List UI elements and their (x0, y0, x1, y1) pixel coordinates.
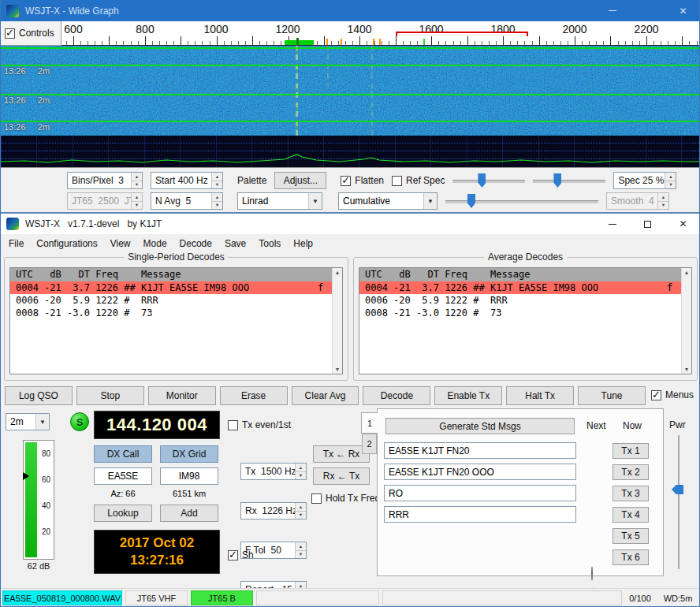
clear-avg-button[interactable]: Clear Avg (292, 386, 359, 405)
scrollbar[interactable]: ▲▼ (681, 268, 691, 374)
stop-button[interactable]: Stop (76, 386, 144, 405)
main-maximize-button[interactable] (630, 214, 665, 234)
tab-2[interactable]: 2 (362, 434, 377, 454)
spinner-arrows[interactable]: ▲▼ (211, 193, 222, 209)
add-button[interactable]: Add (160, 505, 218, 522)
decode-button[interactable]: Decode (363, 386, 430, 405)
monitor-button[interactable]: Monitor (148, 386, 216, 405)
log-qso-button[interactable]: Log QSO (5, 386, 73, 405)
flatten-checkbox[interactable]: Flatten (341, 172, 384, 189)
spin-down-icon[interactable]: ▼ (665, 181, 676, 189)
decode-row[interactable]: 0004 -21 3.7 1226 ## K1JT EA5SE IM98 OOO… (10, 281, 332, 294)
halt-tx-button[interactable]: Halt Tx (506, 386, 574, 405)
rx-from-tx-button[interactable]: Rx ← Tx (313, 467, 370, 485)
spinner-arrows[interactable]: ▲▼ (295, 503, 306, 519)
dropdown-arrow-icon[interactable]: ▼ (35, 414, 49, 430)
spin-down-icon[interactable]: ▼ (296, 472, 306, 480)
spin-down-icon[interactable]: ▼ (212, 202, 222, 210)
checkbox-icon[interactable] (228, 420, 238, 430)
spin-up-icon[interactable]: ▲ (212, 173, 222, 181)
decode-row[interactable]: 0008 -21 -3.0 1220 # 73 (10, 307, 332, 319)
main-titlebar[interactable]: WSJT-X v1.7.1-devel by K1JT ✕ (1, 214, 700, 234)
spin-down-icon[interactable]: ▼ (296, 512, 306, 519)
menu-mode[interactable]: Mode (137, 234, 173, 252)
main-minimize-button[interactable] (594, 214, 630, 234)
spectrum-display[interactable] (1, 136, 700, 167)
spin-up-icon[interactable]: ▲ (212, 193, 222, 202)
scroll-up-icon[interactable]: ▲ (335, 270, 341, 275)
n-avg-spinner[interactable]: N Avg 5▲▼ (151, 192, 223, 210)
tx1-message-input[interactable]: EA5SE K1JT FN20 (384, 442, 576, 459)
controls-checkbox[interactable]: Controls (1, 21, 61, 46)
tx6-now-button[interactable]: Tx 6 (612, 549, 649, 565)
slider-handle[interactable] (478, 173, 486, 188)
menu-tools[interactable]: Tools (252, 234, 287, 252)
hold-tx-freq-checkbox[interactable]: Hold Tx Freq (311, 493, 380, 504)
menu-help[interactable]: Help (287, 234, 319, 252)
wide-graph-close-button[interactable]: ✕ (665, 0, 700, 21)
dropdown-arrow-icon[interactable]: ▼ (423, 193, 437, 209)
tx3-now-button[interactable]: Tx 3 (612, 486, 649, 501)
tx5-now-button[interactable]: Tx 5 (612, 528, 649, 544)
spec-percent-spinner[interactable]: Spec 25 %▲▼ (613, 172, 676, 189)
checkbox-checked-icon[interactable] (5, 28, 15, 39)
spectrum-gain-slider[interactable] (445, 192, 598, 210)
wide-graph-minimize-button[interactable] (594, 0, 630, 21)
ref-spec-checkbox[interactable]: Ref Spec (392, 172, 445, 189)
spin-up-icon[interactable]: ▲ (132, 193, 142, 202)
lookup-button[interactable]: Lookup (94, 505, 152, 522)
spin-down-icon[interactable]: ▼ (132, 202, 142, 210)
tx4-message-input[interactable]: RRR (384, 506, 576, 523)
spin-up-icon[interactable]: ▲ (132, 173, 142, 181)
dx-grid-button[interactable]: DX Grid (160, 445, 218, 463)
tx1-now-button[interactable]: Tx 1 (612, 443, 649, 459)
spectrum-type-combo[interactable]: Cumulative▼ (338, 192, 438, 210)
spin-down-icon[interactable]: ▼ (212, 181, 222, 189)
sh-checkbox[interactable]: Sh (228, 549, 254, 560)
tx2-message-input[interactable]: EA5SE K1JT FN20 OOO (384, 464, 576, 480)
spinner-arrows[interactable]: ▲▼ (295, 464, 306, 479)
menus-checkbox[interactable]: Menus (651, 389, 694, 400)
dx-call-input[interactable]: EA5SE (94, 467, 152, 485)
menu-file[interactable]: File (2, 234, 30, 252)
scrollbar[interactable]: ▲▼ (332, 268, 342, 374)
single-period-decodes-list[interactable]: UTC dB DT Freq Message 0004 -21 3.7 1226… (9, 267, 343, 374)
start-freq-spinner[interactable]: Start 400 Hz▲▼ (151, 172, 223, 189)
slider-handle[interactable] (467, 194, 475, 208)
spin-up-icon[interactable]: ▲ (658, 193, 668, 202)
decode-row[interactable]: 0006 -20 5.9 1222 # RRR (10, 294, 332, 307)
tx4-now-button[interactable]: Tx 4 (612, 507, 649, 523)
checkbox-checked-icon[interactable] (228, 550, 238, 560)
menu-configurations[interactable]: Configurations (30, 234, 103, 252)
jt65-jt9-split-spinner[interactable]: JT65 2500 JT9▲▼ (67, 192, 143, 210)
adjust-button[interactable]: Adjust... (274, 172, 326, 189)
erase-button[interactable]: Erase (220, 386, 288, 405)
tx3-message-input[interactable]: RO (384, 485, 576, 501)
pwr-slider[interactable] (678, 435, 680, 569)
spinner-arrows[interactable]: ▲▼ (295, 542, 306, 558)
spin-up-icon[interactable]: ▲ (296, 503, 306, 512)
rx-freq-spinner[interactable]: Rx 1226 Hz▲▼ (240, 502, 307, 519)
pwr-slider-handle[interactable] (672, 485, 683, 494)
band-combo[interactable]: 2m▼ (6, 413, 50, 430)
spinner-arrows[interactable]: ▲▼ (131, 193, 142, 209)
checkbox-checked-icon[interactable] (651, 390, 661, 400)
spinner-arrows[interactable]: ▲▼ (665, 173, 676, 188)
waterfall-display[interactable]: 13:26 2m 13:26 2m 13:26 2m (1, 46, 700, 136)
spin-up-icon[interactable]: ▲ (665, 173, 676, 181)
dx-call-button[interactable]: DX Call (94, 445, 152, 463)
bins-pixel-spinner[interactable]: Bins/Pixel 3▲▼ (67, 172, 143, 189)
main-close-button[interactable]: ✕ (665, 214, 700, 234)
enable-tx-button[interactable]: Enable Tx (434, 386, 502, 405)
waterfall-gain-slider[interactable] (452, 172, 525, 189)
dropdown-arrow-icon[interactable]: ▼ (308, 193, 322, 209)
decode-row[interactable]: 0004 -21 3.7 1226 ## K1JT EA5SE IM98 OOO… (359, 281, 681, 294)
generate-std-msgs-button[interactable]: Generate Std Msgs (385, 418, 575, 434)
tx-even-checkbox[interactable]: Tx even/1st (228, 419, 291, 430)
spinner-arrows[interactable]: ▲▼ (657, 193, 668, 209)
spin-down-icon[interactable]: ▼ (132, 181, 142, 189)
checkbox-checked-icon[interactable] (341, 176, 351, 186)
frequency-ruler[interactable]: 600 800 1000 1200 1400 1600 1800 2000 22… (1, 21, 700, 46)
spinner-arrows[interactable]: ▲▼ (211, 173, 222, 188)
spin-down-icon[interactable]: ▼ (658, 202, 668, 210)
